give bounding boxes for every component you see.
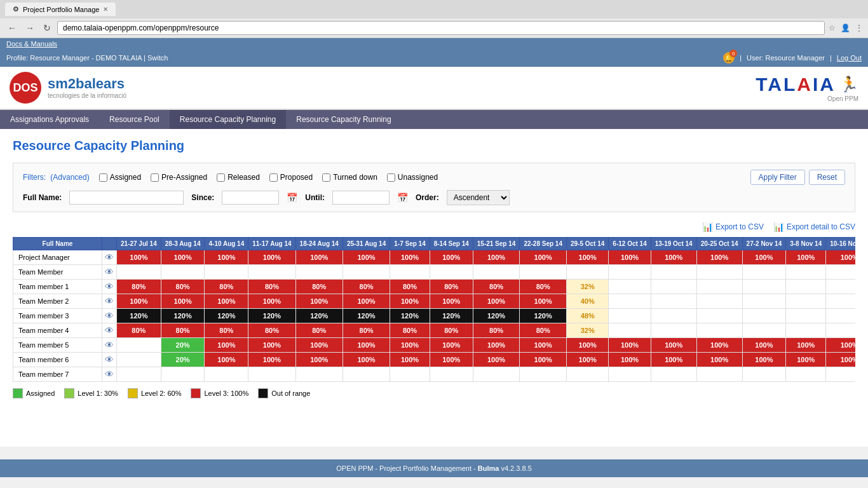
checkbox-turneddown[interactable]: Turned down — [322, 173, 377, 182]
table-row: Team member 7👁 — [13, 367, 856, 382]
separator2: | — [830, 54, 832, 62]
turneddown-checkbox[interactable] — [322, 173, 330, 182]
th-4aug: 4-10 Aug 14 — [205, 238, 248, 250]
legend-assigned-label: Assigned — [26, 390, 55, 397]
forward-button[interactable]: → — [23, 22, 37, 34]
checkbox-unassigned[interactable]: Unassigned — [387, 173, 438, 182]
table-row: Team Member👁 — [13, 265, 856, 280]
data-cell — [651, 323, 696, 338]
separator: | — [740, 54, 742, 62]
data-cell — [742, 294, 786, 309]
data-cell: 100% — [696, 250, 742, 265]
eye-icon[interactable]: 👁 — [105, 369, 114, 379]
data-cell: 100% — [342, 250, 390, 265]
eye-cell: 👁 — [102, 280, 117, 294]
eye-icon[interactable]: 👁 — [105, 355, 114, 365]
data-cell — [609, 309, 651, 323]
data-cell: 80% — [342, 323, 390, 338]
data-cell: 120% — [520, 309, 567, 323]
data-cell: 100% — [520, 250, 567, 265]
eye-icon[interactable]: 👁 — [105, 252, 114, 262]
nav-capacity-running[interactable]: Resource Capacity Running — [286, 110, 401, 129]
open-ppm-sub: Open PPM — [827, 95, 858, 102]
data-cell: 100% — [826, 353, 855, 367]
eye-icon[interactable]: 👁 — [105, 267, 114, 277]
data-cell — [117, 338, 161, 353]
profile-icon[interactable]: 👤 — [841, 24, 850, 32]
name-cell: Team member 6 — [13, 353, 102, 367]
until-input[interactable] — [332, 191, 390, 205]
until-calendar-icon[interactable]: 📅 — [397, 193, 408, 203]
data-cell: 100% — [390, 338, 430, 353]
checkbox-preassigned[interactable]: Pre-Assigned — [151, 173, 207, 182]
advanced-link[interactable]: (Advanced) — [50, 173, 89, 182]
fullname-input[interactable] — [69, 191, 184, 205]
logout-link[interactable]: Log Out — [837, 54, 862, 62]
data-cell — [520, 367, 567, 382]
reset-button[interactable]: Reset — [809, 170, 845, 185]
legend-level1-box — [64, 388, 74, 398]
export-detail-link[interactable]: 📊 Export detail to CSV — [773, 222, 855, 232]
eye-icon[interactable]: 👁 — [105, 311, 114, 321]
assigned-checkbox[interactable] — [99, 173, 107, 182]
data-cell: 100% — [390, 353, 430, 367]
page-title: Resource Capacity Planning — [13, 139, 855, 153]
data-cell: 100% — [651, 250, 696, 265]
data-cell — [826, 280, 855, 294]
since-calendar-icon[interactable]: 📅 — [287, 193, 297, 203]
data-cell: 120% — [295, 309, 342, 323]
eye-icon[interactable]: 👁 — [105, 281, 114, 292]
refresh-button[interactable]: ↻ — [41, 22, 53, 34]
export-csv-link[interactable]: 📊 Export to CSV — [702, 222, 764, 232]
footer-version: v4.2.3.8.5 — [499, 464, 531, 472]
preassigned-checkbox[interactable] — [151, 173, 159, 182]
eye-icon[interactable]: 👁 — [105, 296, 114, 306]
data-cell: 80% — [520, 323, 567, 338]
data-cell: 120% — [205, 309, 248, 323]
tab-close-btn[interactable]: ✕ — [103, 6, 108, 13]
export-row: 📊 Export to CSV 📊 Export detail to CSV — [13, 222, 855, 232]
data-cell: 100% — [430, 353, 473, 367]
address-bar[interactable] — [57, 21, 825, 35]
footer-text: OPEN PPM - Project Portfolio Management … — [336, 464, 478, 472]
app-top-bar: Docs & Manuals — [0, 38, 868, 50]
order-select[interactable]: Ascendent Descendent — [447, 190, 510, 205]
browser-tab[interactable]: ⚙ Project Portfolio Manage ✕ — [5, 3, 116, 16]
nav-capacity-planning[interactable]: Resource Capacity Planning — [170, 110, 286, 129]
eye-icon[interactable]: 👁 — [105, 340, 114, 350]
data-cell: 100% — [430, 250, 473, 265]
data-cell: 32% — [566, 280, 608, 294]
data-cell — [295, 367, 342, 382]
sm2-brand-name: sm2balears — [48, 76, 126, 92]
data-cell: 100% — [295, 353, 342, 367]
notification-bell[interactable]: 🔔 0 — [723, 52, 735, 64]
th-13oct: 13-19 Oct 14 — [651, 238, 696, 250]
released-checkbox[interactable] — [217, 173, 225, 182]
back-button[interactable]: ← — [5, 22, 19, 34]
data-cell: 80% — [117, 323, 161, 338]
data-cell: 120% — [430, 309, 473, 323]
data-cell: 20% — [161, 353, 205, 367]
data-cell: 120% — [473, 309, 520, 323]
data-cell: 48% — [566, 309, 608, 323]
docs-manuals-link[interactable]: Docs & Manuals — [6, 40, 57, 48]
unassigned-checkbox[interactable] — [387, 173, 395, 182]
bookmark-icon[interactable]: ☆ — [829, 24, 836, 32]
menu-icon[interactable]: ⋮ — [855, 24, 863, 32]
apply-filter-button[interactable]: Apply Filter — [750, 170, 805, 185]
data-cell: 100% — [205, 353, 248, 367]
nav-resource-pool[interactable]: Resource Pool — [99, 110, 170, 129]
data-cell: 100% — [786, 338, 826, 353]
nav-assignations[interactable]: Assignations Approvals — [0, 110, 99, 129]
legend-assigned: Assigned — [13, 388, 55, 398]
data-cell — [826, 265, 855, 280]
proposed-checkbox[interactable] — [269, 173, 278, 182]
data-cell — [651, 265, 696, 280]
checkbox-released[interactable]: Released — [217, 173, 260, 182]
eye-icon[interactable]: 👁 — [105, 325, 114, 336]
since-input[interactable] — [222, 191, 279, 205]
checkbox-assigned[interactable]: Assigned — [99, 173, 141, 182]
checkbox-proposed[interactable]: Proposed — [269, 173, 313, 182]
data-cell: 100% — [390, 250, 430, 265]
nav-bar: Assignations Approvals Resource Pool Res… — [0, 110, 868, 129]
